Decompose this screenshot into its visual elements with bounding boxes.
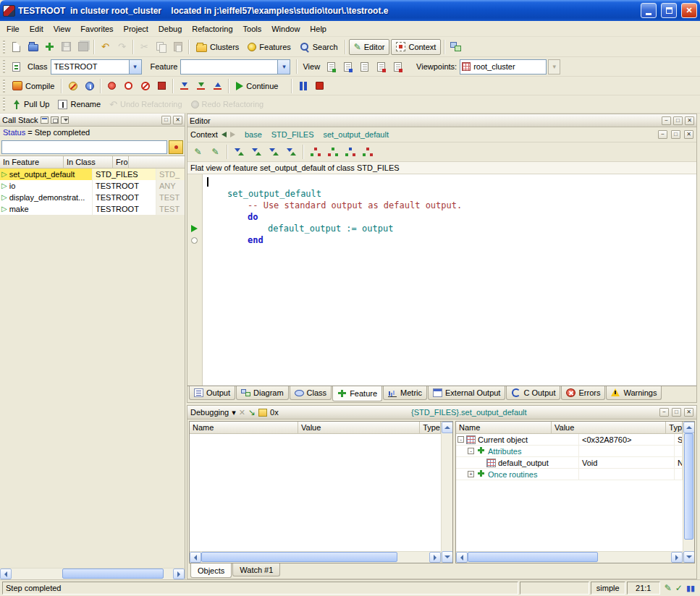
code-line[interactable]: set_output_default [203,188,696,200]
call-stack-header[interactable]: Call Stack □ ✕ [0,114,185,127]
save-button[interactable] [58,39,75,55]
expand-icon[interactable]: + [468,471,474,477]
collapse-icon[interactable]: - [457,436,464,443]
menu-item[interactable]: Window [266,22,305,35]
scroll-up-button[interactable] [683,422,695,433]
editor-tab[interactable]: C Output [506,386,560,400]
scroll-track[interactable] [468,552,671,563]
objects-tree[interactable]: -Current object<0x32A8760>STD_-Attribute… [456,434,683,551]
maximize-button[interactable] [661,3,677,18]
debug-close-button[interactable]: ✕ [684,408,693,417]
redo-refactoring-button[interactable]: Redo Refactoring [187,96,269,112]
close-button[interactable]: ✕ [681,3,697,18]
editor-tab[interactable]: Feature [332,386,382,401]
view-contract-button[interactable] [373,59,389,74]
editor-tab[interactable]: Diagram [236,386,289,400]
context-minimize-button[interactable]: − [658,130,667,139]
menu-item[interactable]: Debug [153,22,187,35]
column-header[interactable]: Typ [666,422,683,433]
scroll-down-button[interactable] [683,551,695,563]
toolbar-grip[interactable] [3,41,5,54]
toolbar-grip[interactable] [3,80,5,93]
scroll-track[interactable] [442,433,453,551]
menu-item[interactable]: Favorites [75,22,118,35]
scroll-down-button[interactable] [442,551,453,563]
breakpoint-gutter[interactable] [187,174,203,386]
column-header[interactable]: Type [420,422,441,433]
editor-close-button[interactable]: ✕ [685,116,694,125]
edit-feature-button[interactable]: ✎ [190,144,206,160]
class-combobox-dropdown[interactable]: ▾ [129,60,141,74]
new-document-button[interactable] [8,39,25,55]
step-into-button[interactable] [193,78,209,94]
open-button[interactable] [25,39,41,55]
breadcrumb-class[interactable]: STD_FILES [271,130,314,139]
scroll-left-button[interactable] [0,569,12,579]
show-ancestors-button[interactable] [231,144,248,160]
scroll-left-button[interactable] [190,552,201,563]
call-stack-row[interactable]: ▷ make TESTROOT TEST [0,203,185,215]
editor-maximize-button[interactable]: □ [673,116,683,125]
column-header[interactable]: In Class [64,156,113,168]
watch-grid-vscrollbar[interactable] [441,422,452,563]
scroll-left-button[interactable] [456,552,468,563]
editor-header[interactable]: Editor − □ ✕ [187,114,696,127]
scroll-thumb[interactable] [468,552,598,562]
objects-grid-vscrollbar[interactable] [683,422,694,563]
drop-into-icon[interactable]: ↘ [248,408,256,417]
close-watch-icon[interactable]: ✕ [239,409,245,417]
editor-minimize-button[interactable]: − [662,116,671,125]
diagram-tool-button[interactable] [447,39,464,55]
breakpoints-info-button[interactable] [81,78,98,94]
editor-tab[interactable]: Class [290,386,332,400]
pull-up-button[interactable]: Pull Up [8,96,54,112]
object-tree-row[interactable]: -Current object<0x32A8760>STD_ [456,434,683,446]
show-callers-button[interactable] [266,144,282,160]
menu-item[interactable]: View [49,22,76,35]
editor-button[interactable]: ✎ Editor [349,39,390,55]
call-stack-filter-input[interactable] [1,140,167,154]
save-all-button[interactable] [75,39,91,55]
editor-tab[interactable]: Output [189,386,235,400]
step-over-button[interactable] [176,78,193,94]
debugging-tab[interactable]: Watch #1 [232,563,280,576]
hex-format-label[interactable]: 0x [270,408,279,417]
scroll-thumb[interactable] [62,569,164,579]
code-line[interactable]: default_output := output [203,223,696,234]
send-to-class-button[interactable] [8,59,25,74]
column-header[interactable]: Name [190,422,298,433]
scroll-right-button[interactable] [671,552,683,563]
minimize-tool-icon[interactable] [61,116,69,124]
scroll-track[interactable] [201,552,429,563]
menu-item[interactable]: Help [305,22,332,35]
context-maximize-button[interactable]: □ [671,130,680,139]
call-stack-row[interactable]: ▷ display_demonstrat... TESTROOT TEST [0,192,185,203]
rename-button[interactable]: Rename [54,96,105,112]
editor-tab[interactable]: Errors [561,386,605,400]
scroll-thumb[interactable] [684,433,693,540]
forward-icon[interactable] [230,132,235,137]
object-tree-row[interactable]: +Once routines [456,469,683,480]
code-line[interactable]: end [203,234,696,246]
breadcrumb-cluster[interactable]: base [245,130,262,139]
objects-grid-hscrollbar[interactable] [456,551,683,563]
show-descendants-button[interactable] [248,144,265,160]
column-header[interactable]: Name [456,422,552,433]
cut-button[interactable]: ✂ [136,39,153,55]
close-tool-button[interactable]: ✕ [173,116,182,124]
class-combobox[interactable]: TESTROOT ▾ [51,59,142,74]
add-class-button[interactable] [41,39,58,55]
scroll-right-button[interactable] [173,569,185,579]
ignore-breakpoints-button[interactable] [64,78,81,94]
menu-item[interactable]: File [1,22,25,35]
continue-button[interactable]: Continue [232,78,282,94]
editor-tab[interactable]: Warnings [606,386,662,400]
menu-item[interactable]: Tools [238,22,267,35]
scroll-track[interactable] [683,433,695,551]
editor-tab[interactable]: Metric [383,386,427,400]
features-button[interactable]: Features [243,39,295,55]
show-callees-button[interactable] [283,144,300,160]
collapse-icon[interactable]: - [468,448,474,454]
view-flat-contract-button[interactable] [389,59,406,74]
watch-grid-rows[interactable] [190,434,441,551]
